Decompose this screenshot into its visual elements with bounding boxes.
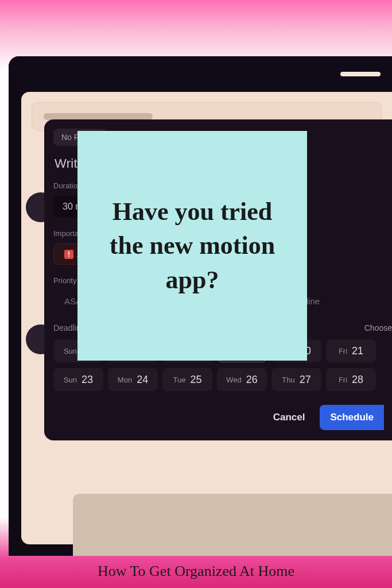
date-dow: Thu [282, 376, 294, 384]
app-topbar [9, 56, 392, 92]
date-num: 21 [352, 345, 363, 357]
cancel-button[interactable]: Cancel [266, 406, 312, 429]
date-dow: Sun [64, 376, 77, 384]
date-dow: Wed [226, 376, 242, 384]
date-cell[interactable]: Thu27 [271, 368, 321, 391]
date-dow: Tue [173, 376, 186, 384]
date-cell[interactable]: Fri28 [326, 368, 376, 391]
date-num: 27 [300, 374, 311, 386]
date-dow: Fri [339, 347, 347, 355]
page-gradient-top [0, 0, 392, 57]
content-placeholder [73, 494, 392, 556]
date-cell[interactable]: Wed26 [217, 368, 267, 391]
choose-date-link[interactable]: Choose [364, 323, 392, 332]
alert-icon: ! [64, 250, 73, 259]
date-cell[interactable]: Tue25 [162, 368, 212, 391]
footer-caption: How To Get Organized At Home [0, 563, 392, 580]
date-num: 23 [81, 374, 93, 386]
date-num: 28 [352, 374, 363, 386]
date-cell[interactable]: Mon24 [108, 368, 158, 391]
sticky-note-text: Have you tried the new motion app? [95, 195, 290, 297]
date-cell[interactable]: Fri21 [326, 339, 376, 362]
sticky-note-overlay: Have you tried the new motion app? [77, 131, 307, 361]
date-cell[interactable]: Sun23 [53, 368, 103, 391]
modal-actions: Cancel Schedule [53, 405, 392, 430]
date-num: 24 [137, 374, 148, 386]
date-num: 26 [246, 374, 258, 386]
schedule-button[interactable]: Schedule [320, 405, 384, 430]
date-dow: Sun [64, 347, 77, 355]
date-num: 25 [190, 374, 201, 386]
window-handle [340, 72, 381, 76]
date-row: Sun23Mon24Tue25Wed26Thu27Fri28 [53, 368, 392, 391]
date-dow: Mon [118, 376, 132, 384]
date-dow: Fri [339, 376, 347, 384]
